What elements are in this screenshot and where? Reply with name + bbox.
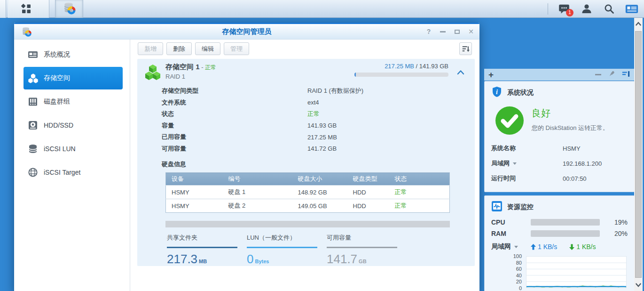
scroll-up-button[interactable]	[634, 18, 643, 30]
minimize-widgets-button[interactable]	[595, 74, 601, 75]
dropdown-caret-icon[interactable]	[514, 246, 518, 248]
delete-button[interactable]: 删除	[166, 42, 192, 55]
minimize-button[interactable]	[439, 28, 447, 35]
table-row[interactable]: HSMY 硬盘 2 149.05 GB HDD 正常	[166, 199, 450, 213]
disk-table: 设备 编号 硬盘大小 硬盘类型 状态 HSMY 硬盘 1 148	[165, 172, 450, 213]
search-button[interactable]	[603, 2, 616, 16]
collapse-button[interactable]	[455, 66, 466, 78]
storage-manager-taskbar-button[interactable]	[55, 0, 83, 18]
download-arrow-icon	[569, 244, 574, 250]
sidebar-item-label: HDD/SSD	[44, 121, 73, 129]
lan-upload-speed: 1 KB/s	[538, 243, 557, 251]
create-button[interactable]: 新增	[138, 42, 163, 55]
iscsi-lun-icon	[27, 143, 39, 154]
manage-button[interactable]: 管理	[224, 42, 249, 55]
edit-button[interactable]: 编辑	[195, 42, 220, 55]
sidebar-item-label: 系统概况	[44, 50, 70, 59]
show-desktop-button[interactable]	[0, 0, 6, 18]
sidebar-item-hdd-ssd[interactable]: HDD/SSD	[24, 114, 123, 137]
sidebar-item-iscsi-lun[interactable]: iSCSI LUN	[24, 137, 123, 160]
volume-name-line: 存储空间 1 - 正常	[165, 63, 216, 72]
volume-panel: 存储空间 1 - 正常 RAID 1 217.25 MB / 141.93 GB…	[137, 59, 475, 266]
widget-panel-header: +	[484, 69, 635, 81]
volume-header: 存储空间 1 - 正常 RAID 1 217.25 MB / 141.93 GB	[137, 59, 475, 81]
info-row: 局域网 192.168.1.200	[485, 156, 634, 171]
main-content: 新增 删除 编辑 管理	[130, 40, 479, 291]
chevron-up-icon	[635, 22, 642, 26]
close-button[interactable]: ✕	[467, 28, 475, 35]
resource-monitor-icon	[491, 201, 503, 214]
notifications-button[interactable]: 1	[558, 2, 571, 16]
system-health-icon: i	[491, 86, 503, 99]
ram-meter	[531, 230, 600, 237]
table-row[interactable]: HSMY 硬盘 1 148.92 GB HDD 正常	[166, 186, 450, 199]
lan-chart: 100 80 60 40 20 0	[485, 253, 634, 291]
sidebar-item-label: 磁盘群组	[44, 97, 70, 106]
dropdown-caret-icon[interactable]	[513, 162, 517, 165]
maximize-icon	[455, 30, 460, 34]
disk-info-title: 硬盘信息	[162, 160, 475, 169]
toolbar: 新增 删除 编辑 管理	[130, 40, 479, 57]
pin-icon	[607, 70, 616, 78]
add-widget-button[interactable]: +	[488, 70, 494, 80]
window-title: 存储空间管理员	[14, 27, 479, 36]
health-message: 您的 DiskStation 运转正常。	[532, 124, 609, 132]
system-health-widget: i 系统状况 良好 您的 DiskStation 运转正常。	[484, 81, 635, 192]
stat-shared-folders: 共享文件夹 217.3MB	[167, 234, 237, 266]
sidebar-item-iscsi-target[interactable]: iSCSI Target	[24, 161, 123, 184]
disk-table-header: 设备 编号 硬盘大小 硬盘类型 状态	[166, 173, 450, 186]
sidebar-item-label: 存储空间	[44, 74, 70, 82]
user-menu-button[interactable]	[580, 2, 593, 16]
info-row: 运行时间 00:07:50	[485, 171, 634, 186]
detail-row: 存储空间类型RAID 1 (有数据保护)	[162, 85, 475, 97]
volume-raid-type: RAID 1	[165, 73, 216, 80]
sidebar-item-overview[interactable]: 系统概况	[24, 43, 123, 66]
scroll-down-button[interactable]	[634, 279, 643, 291]
cpu-percent: 19%	[614, 218, 628, 226]
sidebar-item-disk-group[interactable]: 磁盘群组	[24, 90, 123, 113]
search-icon	[604, 3, 615, 15]
detail-row: 可用容量141.72 GB	[162, 143, 475, 155]
used-space-text: 217.25 MB	[385, 63, 414, 70]
desktop: 1	[0, 0, 644, 291]
capacity-bar	[165, 221, 450, 227]
taskbar: 1	[0, 0, 644, 18]
sort-descending-icon	[462, 45, 470, 53]
volume-usage-bar	[354, 73, 448, 77]
window-titlebar[interactable]: 存储空间管理员 ? ✕	[14, 24, 479, 40]
minimize-icon	[440, 31, 446, 32]
pin-button[interactable]	[607, 70, 616, 80]
detail-row: 状态正常	[162, 108, 475, 120]
volume-usage: 217.25 MB / 141.93 GB	[354, 63, 448, 81]
volume-cubes-icon	[27, 73, 39, 84]
sidebar-item-volume[interactable]: 存储空间	[24, 67, 123, 89]
detail-row: 文件系统ext4	[162, 97, 475, 109]
widget-pilot-button[interactable]	[625, 2, 638, 16]
system-name-value: HSMY	[563, 145, 581, 152]
main-menu-button[interactable]	[8, 0, 49, 18]
panel-layout-button[interactable]	[622, 70, 630, 80]
desktop-scrollbar[interactable]	[634, 18, 643, 291]
disk-group-icon	[27, 96, 39, 107]
volume-details: 存储空间类型RAID 1 (有数据保护) 文件系统ext4 状态正常 容量141…	[162, 85, 475, 154]
detail-row: 容量141.93 GB	[162, 120, 475, 132]
svg-text:i: i	[496, 89, 498, 96]
upload-arrow-icon	[531, 244, 536, 250]
widget-panel: +	[484, 69, 635, 291]
help-button[interactable]: ?	[425, 28, 432, 35]
user-icon	[581, 3, 592, 15]
panel-layout-icon	[622, 70, 630, 78]
info-row: 系统名称 HSMY	[485, 141, 634, 156]
lan-ip-value: 192.168.1.200	[563, 160, 602, 167]
sidebar: 系统概况 存储空间	[14, 40, 130, 291]
sort-button[interactable]	[459, 42, 472, 55]
maximize-button[interactable]	[453, 28, 461, 35]
ram-meter-row: RAM 20%	[485, 228, 634, 239]
stat-lun: LUN（一般文件） 0Bytes	[247, 234, 317, 266]
stat-underline	[247, 247, 317, 248]
volume-status: 正常	[205, 64, 216, 71]
sidebar-item-label: iSCSI LUN	[44, 145, 76, 153]
scrollbar-thumb[interactable]	[635, 31, 642, 278]
notification-badge: 1	[566, 9, 573, 16]
hdd-icon	[27, 120, 39, 131]
